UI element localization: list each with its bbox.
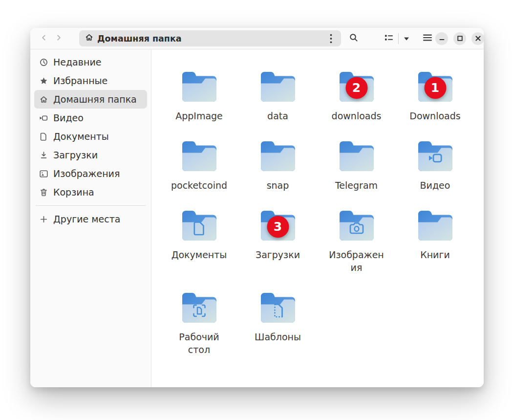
- file-label: Загрузки: [256, 248, 300, 261]
- sidebar-item-label: Видео: [53, 112, 84, 123]
- file-label: Видео: [420, 179, 450, 192]
- sidebar-item-label: Домашняя папка: [53, 94, 137, 105]
- folder-icon: [258, 68, 298, 105]
- sidebar-item[interactable]: Корзина: [34, 183, 147, 201]
- search-button[interactable]: [346, 31, 362, 46]
- file-item[interactable]: 3 Загрузки: [238, 207, 317, 274]
- sidebar-item[interactable]: Видео: [34, 109, 147, 127]
- sidebar-separator: [36, 205, 146, 206]
- folder-icon: [337, 207, 376, 243]
- close-button[interactable]: [471, 32, 484, 45]
- template-emblem-icon: [272, 303, 284, 318]
- minimize-icon: [439, 34, 445, 43]
- minimize-button[interactable]: [435, 32, 448, 45]
- sidebar-item[interactable]: Недавние: [34, 53, 147, 71]
- file-item[interactable]: Telegram: [317, 138, 396, 192]
- file-item[interactable]: data: [238, 68, 317, 122]
- dropdown-arrow-icon: [404, 34, 409, 43]
- file-label: Рабочий стол: [170, 331, 229, 356]
- trash-icon: [39, 188, 48, 197]
- camera-emblem-icon: [348, 221, 364, 235]
- count-badge: 3: [267, 216, 289, 238]
- file-item[interactable]: Видео: [396, 138, 474, 192]
- forward-icon: [55, 34, 63, 44]
- view-toggle: [381, 31, 413, 46]
- main-menu-button[interactable]: [420, 31, 435, 46]
- file-item[interactable]: 2 downloads: [317, 68, 396, 122]
- downloads-icon: [39, 151, 48, 159]
- folder-icon: [180, 289, 219, 326]
- sidebar-item-label: Изображения: [53, 168, 120, 179]
- file-label: AppImage: [175, 110, 223, 122]
- count-badge: 2: [345, 77, 367, 99]
- folder-icon: [258, 138, 298, 174]
- file-label: Книги: [420, 248, 450, 261]
- file-label: Документы: [171, 248, 227, 261]
- document-emblem-icon: [193, 221, 205, 236]
- folder-icon: [258, 289, 298, 326]
- file-item[interactable]: pocketcoind: [160, 138, 238, 192]
- path-bar[interactable]: Домашняя папка: [79, 30, 341, 46]
- view-options-dropdown[interactable]: [400, 31, 413, 46]
- path-menu-button[interactable]: [325, 32, 337, 45]
- file-item[interactable]: snap: [238, 138, 317, 192]
- folder-icon: [416, 138, 455, 174]
- desktop-emblem-icon: [192, 303, 207, 318]
- file-label: downloads: [332, 110, 382, 122]
- file-item[interactable]: Шаблоны: [238, 289, 317, 356]
- recent-icon: [39, 58, 48, 66]
- list-view-button[interactable]: [381, 31, 397, 46]
- sidebar-item-label: Другие места: [53, 214, 120, 224]
- back-button[interactable]: [37, 31, 51, 46]
- maximize-icon: [457, 34, 463, 43]
- file-item[interactable]: Изображения: [317, 207, 396, 274]
- header-bar[interactable]: Домашняя папка: [30, 28, 484, 49]
- sidebar-item[interactable]: Изображения: [34, 164, 147, 183]
- back-icon: [40, 34, 48, 44]
- file-label: Telegram: [335, 179, 378, 192]
- sidebar-item[interactable]: Домашняя папка: [34, 90, 147, 109]
- video-emblem-icon: [428, 152, 443, 165]
- file-manager-window: Домашняя папка: [30, 28, 484, 387]
- file-view[interactable]: AppImage data 2 downloads: [151, 49, 484, 387]
- file-item[interactable]: AppImage: [160, 68, 238, 122]
- folder-icon: [416, 207, 455, 243]
- sidebar-item[interactable]: Документы: [34, 127, 147, 146]
- sidebar-item-label: Избранные: [53, 75, 107, 86]
- file-item[interactable]: Рабочий стол: [160, 289, 238, 356]
- file-label: Шаблоны: [255, 331, 301, 343]
- sidebar-item-label: Недавние: [53, 57, 101, 67]
- file-item[interactable]: Документы: [160, 207, 238, 274]
- images-icon: [39, 169, 48, 178]
- file-label: pocketcoind: [171, 179, 227, 192]
- file-label: data: [267, 110, 288, 122]
- sidebar-item-other-places[interactable]: Другие места: [34, 210, 147, 228]
- kebab-menu-icon: [330, 34, 332, 44]
- sidebar-item[interactable]: Избранные: [34, 71, 147, 90]
- toolbar-divider: [398, 33, 399, 44]
- file-label: Downloads: [409, 110, 460, 122]
- file-item[interactable]: 1 Downloads: [396, 68, 474, 122]
- path-label: Домашняя папка: [97, 34, 182, 44]
- file-label: snap: [267, 179, 289, 192]
- maximize-button[interactable]: [453, 32, 466, 45]
- forward-button[interactable]: [51, 31, 66, 46]
- folder-icon: [180, 207, 219, 243]
- window-controls: [435, 32, 484, 45]
- plus-icon: [39, 215, 48, 223]
- sidebar-item-label: Загрузки: [53, 150, 98, 160]
- folder-icon: [337, 138, 376, 174]
- sidebar-item[interactable]: Загрузки: [34, 146, 147, 164]
- folder-icon: 2: [337, 68, 376, 105]
- list-view-icon: [385, 34, 393, 44]
- home-icon: [39, 95, 48, 104]
- file-label: Изображения: [327, 248, 386, 274]
- sidebar: Недавние Избранные Домашняя папка Видео …: [30, 49, 151, 387]
- sidebar-item-label: Корзина: [53, 187, 94, 198]
- hamburger-menu-icon: [423, 34, 432, 43]
- video-icon: [39, 113, 48, 122]
- folder-icon: 1: [416, 68, 455, 105]
- file-item[interactable]: Книги: [396, 207, 474, 274]
- count-badge: 1: [424, 77, 446, 99]
- folder-icon: [180, 68, 219, 105]
